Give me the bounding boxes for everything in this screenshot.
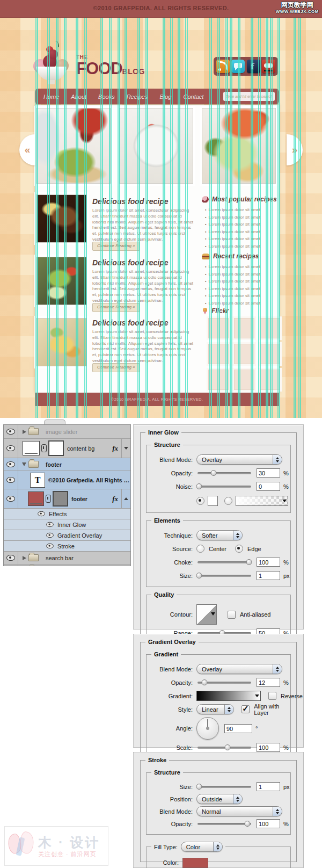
nav-item-recipes[interactable]: Recipes (127, 93, 148, 100)
style-dropdown[interactable]: Linear (196, 704, 234, 714)
collapse-effects-button[interactable] (121, 439, 130, 458)
layer-thumbnail[interactable] (28, 491, 44, 506)
opacity-value[interactable]: 12 (257, 678, 280, 687)
reverse-checkbox[interactable] (268, 692, 276, 700)
search-input[interactable] (223, 92, 275, 101)
scale-slider[interactable] (197, 747, 251, 749)
twitter-icon[interactable] (231, 60, 245, 73)
layer-row-footer[interactable]: footer fx (4, 489, 130, 509)
color-radio[interactable] (196, 497, 204, 505)
collapse-effects-button[interactable] (121, 489, 130, 508)
list-item[interactable]: Lorem ipsum dolor sit amet (205, 300, 277, 307)
layer-row-effect-stroke[interactable]: Stroke (4, 541, 130, 552)
angle-value[interactable]: 90 (224, 724, 252, 733)
source-edge-radio[interactable] (235, 545, 243, 553)
size-value[interactable]: 1 (257, 782, 280, 791)
continue-reading-button[interactable]: Continue Reading » (92, 303, 140, 312)
glow-gradient-swatch[interactable] (236, 496, 288, 506)
post-title[interactable]: Delicious food recipe (92, 319, 200, 327)
list-item[interactable]: Lorem ipsum dolor sit amet (205, 271, 277, 278)
blend-mode-dropdown[interactable]: Overlay (196, 454, 282, 465)
list-item[interactable]: Lorem ipsum dolor sit amet (205, 221, 277, 228)
choke-value[interactable]: 100 (257, 558, 280, 567)
flickr-thumb[interactable] (208, 344, 229, 364)
layer-thumbnail[interactable] (23, 441, 40, 455)
flickr-thumb[interactable] (234, 370, 254, 390)
technique-dropdown[interactable]: Softer (196, 530, 243, 540)
layer-row-footer-group[interactable]: footer (4, 458, 130, 471)
effect-label[interactable]: Gradient Overlay (57, 532, 130, 539)
opacity-slider[interactable] (197, 472, 251, 474)
layer-row-search-bar[interactable]: search bar (4, 552, 130, 565)
layer-row-image-slider[interactable]: image slider (4, 425, 130, 439)
nav-item-home[interactable]: Home (43, 93, 59, 100)
opacity-value[interactable]: 100 (257, 819, 280, 828)
rss-icon[interactable] (216, 60, 230, 73)
list-item[interactable]: Lorem ipsum dolor sit amet (205, 206, 277, 214)
continue-reading-button[interactable]: Continue Reading » (92, 242, 140, 251)
flickr-thumb[interactable] (260, 370, 280, 390)
list-item[interactable]: Lorem ipsum dolor sit amet (205, 235, 277, 243)
continue-reading-button[interactable]: Continue Reading » (92, 363, 140, 372)
anti-aliased-checkbox[interactable] (228, 611, 236, 619)
gradient-radio[interactable] (224, 497, 232, 505)
layer-row-content-bg[interactable]: content bg fx (4, 439, 130, 458)
layer-mask-thumbnail[interactable] (53, 491, 68, 507)
flickr-thumb[interactable] (260, 318, 280, 338)
post-title[interactable]: Delicious food recipe (92, 197, 200, 206)
visibility-eye-icon[interactable] (6, 461, 15, 467)
blend-mode-dropdown[interactable]: Normal (196, 806, 282, 816)
visibility-eye-icon[interactable] (6, 496, 15, 502)
fx-badge[interactable]: fx (112, 444, 118, 453)
layer-mask-thumbnail[interactable] (48, 440, 64, 456)
post-title[interactable]: Delicious food recipe (92, 258, 200, 267)
align-with-layer-checkbox[interactable] (241, 705, 250, 713)
effect-label[interactable]: Stroke (57, 543, 130, 549)
layer-row-copyright-text[interactable]: T ©2010 Grafpedia. All Rights R... (4, 471, 130, 489)
choke-slider[interactable] (197, 561, 251, 563)
size-value[interactable]: 1 (257, 571, 280, 580)
layer-row-navigation[interactable]: navigation (4, 565, 130, 566)
nav-item-blog[interactable]: Blog (159, 93, 171, 100)
layer-label[interactable]: content bg (67, 445, 109, 452)
visibility-eye-icon[interactable] (6, 555, 15, 561)
noise-slider[interactable] (197, 486, 251, 488)
flickr-thumb[interactable] (234, 344, 254, 364)
layer-label[interactable]: ©2010 Grafpedia. All Rights R... (48, 477, 130, 483)
list-item[interactable]: Lorem ipsum dolor sit amet (205, 285, 277, 293)
facebook-icon[interactable] (247, 60, 260, 73)
angle-dial[interactable] (196, 717, 219, 740)
layer-row-effect-gradient-overlay[interactable]: Gradient Overlay (4, 530, 130, 541)
flickr-thumb[interactable] (234, 318, 254, 338)
post-thumbnail[interactable] (36, 257, 87, 305)
flickr-thumb[interactable] (260, 344, 280, 364)
fx-badge[interactable]: fx (112, 495, 118, 503)
expand-arrow-icon[interactable] (23, 430, 26, 434)
list-item[interactable]: Lorem ipsum dolor sit amet (205, 292, 277, 300)
youtube-icon[interactable] (262, 60, 275, 73)
expand-arrow-icon[interactable] (23, 556, 26, 560)
flickr-thumb[interactable] (208, 370, 229, 390)
source-center-radio[interactable] (196, 545, 204, 553)
visibility-eye-icon[interactable] (46, 533, 54, 538)
layer-label[interactable]: search bar (46, 555, 130, 561)
slider-photo-3[interactable] (202, 108, 276, 184)
text-layer-thumbnail[interactable]: T (30, 473, 45, 488)
flickr-thumb[interactable] (208, 318, 229, 338)
layer-label[interactable]: footer (71, 496, 109, 502)
effects-label[interactable]: Effects (49, 511, 130, 517)
slider-photo-1[interactable] (36, 108, 111, 184)
visibility-eye-icon[interactable] (46, 544, 54, 548)
effect-label[interactable]: Inner Glow (57, 522, 130, 528)
nav-item-about[interactable]: About (71, 93, 86, 100)
size-slider[interactable] (197, 575, 251, 577)
layer-row-effects[interactable]: Effects (4, 509, 130, 519)
layer-row-effect-inner-glow[interactable]: Inner Glow (4, 519, 130, 530)
visibility-eye-icon[interactable] (6, 477, 15, 483)
slider-photo-2[interactable] (119, 108, 193, 184)
size-slider[interactable] (197, 786, 251, 788)
list-item[interactable]: Lorem ipsum dolor sit amet (205, 263, 277, 271)
nav-item-books[interactable]: Books (98, 93, 115, 100)
list-item[interactable]: Lorem ipsum dolor sit amet (205, 278, 277, 285)
stroke-color-swatch[interactable] (182, 858, 208, 868)
